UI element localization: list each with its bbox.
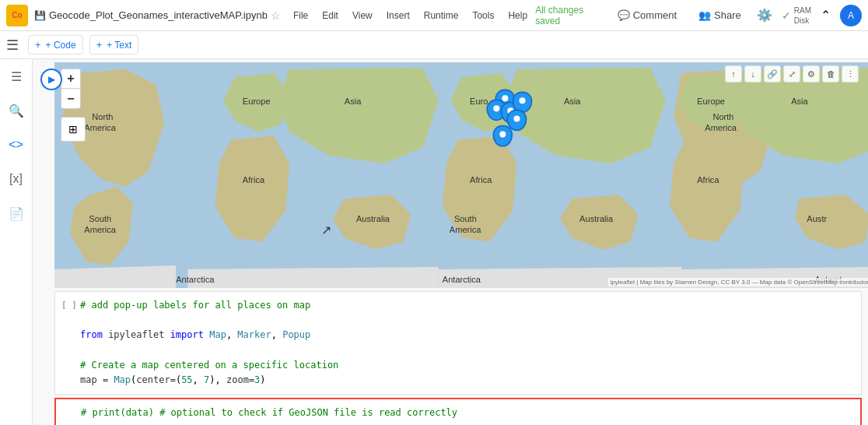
expand-cell-button[interactable]: ⤢ — [783, 65, 800, 83]
code-line-indicator: [ ] # add pop-up labels for all places o… — [80, 298, 852, 313]
settings-cell-button[interactable]: ⚙ — [803, 65, 820, 83]
svg-text:Euro: Euro — [470, 97, 488, 106]
layer-control: ⊞ — [61, 117, 86, 142]
menu-help[interactable]: Help — [502, 7, 534, 24]
sidebar-icon-menu[interactable]: ☰ — [5, 65, 27, 87]
zoom-out-button[interactable]: − — [61, 89, 81, 109]
svg-point-22 — [493, 105, 499, 111]
cell-actions: ↑ ↓ 🔗 ⤢ ⚙ 🗑 ⋮ — [725, 65, 859, 83]
svg-text:America: America — [450, 225, 481, 234]
code-import-line: from ipyleaflet import Map, Marker, Popu… — [80, 328, 852, 342]
highlighted-code-content: # print(data) # optional to check if Geo… — [56, 399, 860, 425]
more-options-button[interactable]: ⋮ — [842, 65, 859, 83]
world-map-svg: North America South America Europe Afric… — [54, 62, 868, 288]
notebook-scroll-area[interactable]: ▶ ↑ ↓ 🔗 ⤢ ⚙ 🗑 ⋮ — [33, 59, 868, 425]
zoom-controls: + − — [61, 68, 81, 109]
move-down-button[interactable]: ↓ — [744, 65, 761, 83]
code-map-line: map = Map(center=(55, 7), zoom=3) — [80, 373, 852, 388]
second-toolbar: ☰ + + Code + + Text — [0, 31, 868, 59]
menu-file[interactable]: File — [287, 7, 314, 24]
svg-text:Asia: Asia — [345, 97, 362, 106]
save-icon: 💾 — [34, 10, 46, 21]
resource-labels: RAM Disk — [794, 5, 811, 26]
disk-label: Disk — [794, 16, 811, 26]
svg-text:North: North — [712, 112, 733, 121]
ram-label: RAM — [794, 5, 811, 16]
label-africa-left: Africa — [243, 175, 265, 184]
svg-text:Europe: Europe — [697, 97, 725, 106]
svg-text:Austr: Austr — [807, 214, 827, 223]
highlighted-code-line: # print(data) # optional to check if Geo… — [81, 406, 851, 420]
svg-text:Australia: Australia — [356, 214, 390, 223]
menu-insert[interactable]: Insert — [380, 7, 416, 24]
file-title: Geocode_Plot_Geonames_interactiveMAP.ipy… — [49, 9, 268, 21]
star-icon[interactable]: ☆ — [271, 9, 281, 22]
svg-text:America: America — [84, 123, 116, 132]
svg-text:Asia: Asia — [564, 97, 581, 106]
svg-text:Australia: Australia — [579, 214, 614, 223]
map-attribution: ipyleaflet | Map tiles by Stamen Design,… — [608, 278, 868, 286]
zoom-in-button[interactable]: + — [61, 68, 81, 89]
comment-button[interactable]: 💬 Comment — [611, 6, 683, 24]
svg-text:Antarctica: Antarctica — [176, 275, 215, 284]
plus-code-icon: + — [35, 39, 41, 51]
share-icon: 👥 — [698, 9, 711, 21]
hamburger-menu[interactable]: ☰ — [6, 37, 19, 54]
code-cell-1: [ ] # add pop-up labels for all places o… — [54, 291, 862, 395]
svg-point-24 — [520, 97, 526, 104]
svg-text:South: South — [89, 214, 111, 223]
svg-text:America: America — [705, 123, 737, 132]
main-area: ☰ 🔍 <> [x] 📄 ▶ ↑ ↓ 🔗 ⤢ ⚙ 🗑 ⋮ — [0, 59, 868, 425]
svg-text:Asia: Asia — [791, 97, 808, 106]
delete-cell-button[interactable]: 🗑 — [822, 65, 839, 83]
menu-tools[interactable]: Tools — [466, 7, 500, 24]
user-avatar[interactable]: A — [840, 5, 862, 26]
sidebar-icon-files[interactable]: 📄 — [5, 202, 27, 224]
sidebar-icon-variable[interactable]: [x] — [5, 168, 27, 190]
cursor-indicator: ↗ — [321, 223, 331, 237]
highlighted-code-cell: # print(data) # optional to check if Geo… — [54, 398, 862, 425]
menu-runtime[interactable]: Runtime — [418, 7, 465, 24]
svg-text:America: America — [84, 225, 116, 234]
left-sidebar: ☰ 🔍 <> [x] 📄 — [0, 59, 33, 425]
svg-point-26 — [499, 132, 506, 138]
svg-text:Antarctica: Antarctica — [443, 275, 481, 284]
share-button[interactable]: 👥 Share — [692, 6, 747, 24]
title-section: 💾 Geocode_Plot_Geonames_interactiveMAP.i… — [34, 9, 281, 22]
label-north-america: North — [92, 112, 113, 121]
svg-text:Africa: Africa — [470, 175, 492, 184]
menu-view[interactable]: View — [346, 7, 379, 24]
map-marker-5[interactable] — [507, 110, 526, 130]
code-line-blank — [80, 313, 852, 328]
top-right: 💬 Comment 👥 Share ⚙️ ✓ RAM Disk ⌃ A — [611, 5, 862, 26]
map-marker-4[interactable] — [513, 92, 531, 112]
map-output: North America South America Europe Afric… — [54, 62, 868, 288]
layer-button[interactable]: ⊞ — [61, 117, 86, 142]
add-code-button[interactable]: + + Code — [28, 35, 83, 54]
menu-edit[interactable]: Edit — [316, 7, 345, 24]
expand-icon[interactable]: ⌃ — [821, 8, 831, 23]
map-run-button[interactable]: ▶ — [40, 68, 62, 90]
resource-indicator: ✓ RAM Disk — [782, 5, 811, 26]
move-up-button[interactable]: ↑ — [725, 65, 742, 83]
svg-text:Europe: Europe — [243, 97, 271, 106]
svg-point-21 — [502, 95, 508, 101]
label-africa-right: Africa — [697, 175, 719, 184]
add-text-button[interactable]: + + Text — [89, 35, 139, 54]
map-marker-6[interactable] — [493, 126, 512, 146]
link-button[interactable]: 🔗 — [764, 65, 781, 83]
top-bar: Co 💾 Geocode_Plot_Geonames_interactiveMA… — [0, 0, 868, 31]
antarctica-land-left — [54, 265, 176, 288]
antarctica-land-mid — [187, 267, 438, 288]
svg-text:South: South — [454, 214, 477, 223]
svg-point-25 — [513, 115, 520, 121]
comment-icon: 💬 — [618, 9, 630, 21]
menu-bar: File Edit View Insert Runtime Tools Help… — [287, 5, 605, 26]
colab-logo: Co — [6, 5, 28, 26]
settings-icon[interactable]: ⚙️ — [757, 8, 772, 23]
check-icon: ✓ — [782, 9, 791, 22]
code-line-blank2 — [80, 343, 852, 358]
plus-text-icon: + — [96, 39, 103, 51]
sidebar-icon-code[interactable]: <> — [5, 134, 27, 156]
sidebar-icon-search[interactable]: 🔍 — [5, 100, 27, 121]
